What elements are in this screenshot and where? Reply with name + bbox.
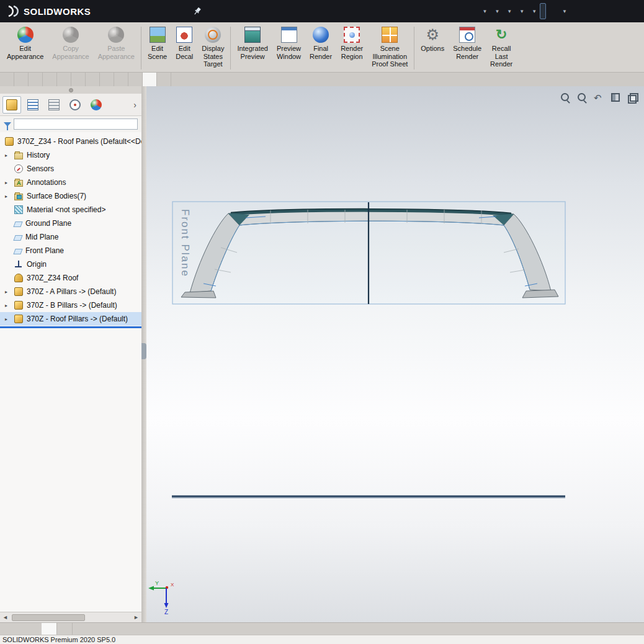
section-view-icon — [610, 92, 620, 102]
expand-arrow-icon[interactable]: ▸ — [5, 153, 14, 158]
plane-icon — [13, 249, 22, 254]
tree-filter-input[interactable] — [14, 119, 138, 130]
scroll-left-arrow-icon[interactable]: ◄ — [0, 614, 11, 620]
scroll-right-arrow-icon[interactable]: ► — [131, 614, 141, 620]
command-tab[interactable] — [86, 73, 100, 86]
panel-tab[interactable] — [24, 96, 42, 114]
viewport-tool-button[interactable] — [558, 91, 572, 104]
panel-splitter[interactable] — [141, 86, 146, 622]
triad-z-label: Z — [164, 609, 168, 615]
panel-horizontal-scrollbar[interactable]: ◄ ► — [0, 612, 141, 622]
command-tab[interactable] — [0, 73, 14, 86]
scene-illumination-icon — [382, 27, 398, 43]
quick-access-button[interactable]: ▼ — [527, 3, 539, 19]
quick-access-button[interactable]: ▼ — [515, 3, 527, 19]
ribbon-button[interactable]: Scene Illumination Proof Sheet — [367, 24, 412, 69]
panel-splitter-handle[interactable] — [141, 343, 146, 359]
panel-collapse-dot-icon[interactable] — [69, 88, 73, 92]
scrollbar-thumb[interactable] — [12, 614, 85, 621]
quick-access-button[interactable] — [540, 3, 546, 19]
quick-access-button[interactable]: ▼ — [490, 3, 502, 19]
ribbon-button[interactable]: Edit Scene — [143, 24, 171, 61]
tree-empty-space — [0, 328, 141, 612]
tree-item[interactable]: ▸ 370Z_Z34 - Roof Panels (Default<<De — [0, 135, 141, 148]
tree-item[interactable]: ▸ 370Z - A Pillars -> (Default) — [0, 285, 141, 298]
quick-access-button[interactable]: ▼ — [558, 3, 570, 19]
panel-tab[interactable] — [87, 96, 105, 114]
panel-collapse-bar[interactable] — [0, 86, 141, 94]
command-tab[interactable] — [157, 73, 171, 86]
ribbon-button[interactable]: Display States Target — [197, 24, 228, 69]
panel-tab[interactable] — [2, 96, 21, 114]
study-tab[interactable] — [42, 623, 57, 635]
tree-item[interactable]: ▸ Material <not specified> — [0, 203, 141, 217]
quick-access-button[interactable]: ▼ — [503, 3, 514, 19]
expand-arrow-icon[interactable]: ▸ — [5, 289, 14, 295]
expand-arrow-icon[interactable]: ▸ — [5, 303, 14, 308]
tree-item[interactable]: ▸ 370Z - B Pillars -> (Default) — [0, 298, 141, 312]
pin-icon[interactable] — [192, 6, 202, 16]
previous-view-icon — [594, 92, 604, 102]
ribbon-button[interactable]: Copy Appearance — [48, 24, 93, 61]
ribbon-button[interactable]: Edit Appearance — [2, 24, 48, 61]
command-tab[interactable] — [29, 73, 43, 86]
dropdown-caret-icon[interactable]: ▼ — [482, 9, 487, 14]
command-tab[interactable] — [100, 73, 114, 86]
ribbon-button[interactable]: Edit Decal — [171, 24, 197, 61]
command-tab[interactable] — [43, 73, 57, 86]
tree-item[interactable]: ▸ History — [0, 148, 141, 162]
ribbon-button[interactable]: Integrated Preview — [233, 24, 272, 61]
tree-item[interactable]: ▸ 370Z_Z34 Roof — [0, 271, 141, 285]
viewport-tool-button[interactable] — [609, 91, 622, 104]
quick-access-button[interactable] — [472, 3, 477, 19]
tree-item[interactable]: ▸ Annotations — [0, 176, 141, 189]
tree-item[interactable]: ▸ 370Z - Roof Pillars -> (Default) — [0, 312, 141, 326]
dropdown-caret-icon[interactable]: ▼ — [519, 9, 524, 14]
command-tab[interactable] — [71, 73, 86, 86]
command-tab[interactable] — [128, 73, 143, 86]
edit-appearance-icon — [17, 27, 34, 43]
panel-tab[interactable] — [66, 96, 84, 114]
graphics-viewport[interactable]: Front Plane — [146, 86, 644, 622]
tree-item[interactable]: ▸ Surface Bodies(7) — [0, 189, 141, 203]
edit-scene-icon — [150, 27, 166, 43]
ribbon-button[interactable]: Preview Window — [272, 24, 305, 61]
expand-arrow-icon[interactable]: ▸ — [5, 180, 14, 186]
ribbon-button[interactable]: Render Region — [336, 24, 367, 61]
viewport-tool-button[interactable] — [575, 91, 589, 104]
study-tab[interactable] — [57, 623, 73, 635]
ribbon-button[interactable]: Paste Appearance — [94, 24, 139, 61]
expand-arrow-icon[interactable]: ▸ — [5, 316, 14, 322]
command-tab[interactable] — [57, 73, 71, 86]
viewport-tool-button[interactable] — [592, 91, 606, 104]
quick-access-button[interactable] — [552, 3, 557, 19]
viewport-tool-button[interactable] — [625, 91, 639, 104]
command-tab[interactable] — [143, 73, 157, 86]
quick-access-button[interactable]: ▼ — [478, 3, 490, 19]
dropdown-caret-icon[interactable]: ▼ — [494, 9, 499, 14]
expand-arrow-icon[interactable]: ▸ — [5, 194, 14, 199]
tree-item[interactable]: ▸ Mid Plane — [0, 230, 141, 244]
ribbon-button-label: Render Region — [341, 45, 363, 60]
ribbon-button[interactable]: Schedule Render — [449, 24, 486, 61]
command-tab[interactable] — [14, 73, 29, 86]
ribbon-button[interactable]: Final Render — [305, 24, 336, 61]
displaymanager-tab-icon — [91, 99, 102, 110]
tree-item[interactable]: ▸ Origin — [0, 257, 141, 271]
dropdown-caret-icon[interactable]: ▼ — [507, 9, 512, 14]
tree-item-label: Surface Bodies(7) — [27, 192, 86, 200]
ribbon-group-separator — [141, 27, 141, 69]
part-ref-icon — [14, 301, 23, 310]
ribbon-button[interactable]: Recall Last Render — [486, 24, 517, 69]
ribbon-button[interactable]: Options — [416, 24, 449, 54]
tree-item[interactable]: ▸ Sensors — [0, 162, 141, 176]
dropdown-caret-icon[interactable]: ▼ — [562, 9, 567, 14]
quick-access-button[interactable] — [547, 3, 552, 19]
tree-item[interactable]: ▸ Ground Plane — [0, 217, 141, 230]
command-tab[interactable] — [114, 73, 128, 86]
tree-item[interactable]: ▸ Front Plane — [0, 244, 141, 257]
dropdown-caret-icon[interactable]: ▼ — [532, 9, 537, 14]
ribbon-button-label: Final Render — [310, 45, 332, 60]
panel-tabs-expand-chevron-icon[interactable]: › — [131, 100, 139, 110]
panel-tab[interactable] — [45, 96, 63, 114]
